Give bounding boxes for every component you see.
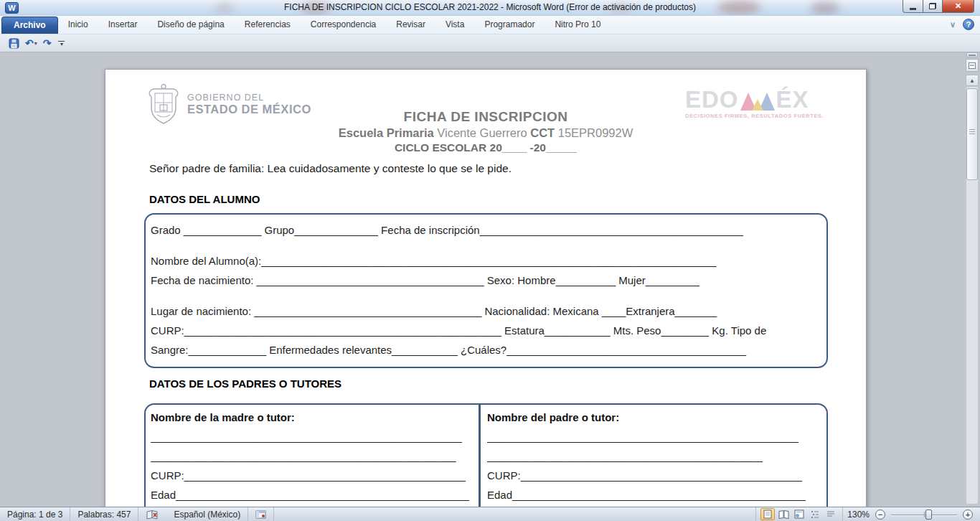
padre-title: Nombre del padre o tutor: (487, 408, 821, 427)
intro-text: Señor padre de familia: Lea cuidadosamen… (149, 162, 512, 175)
tab-nitro-pro-10[interactable]: Nitro Pro 10 (545, 16, 611, 34)
padre-edad: Edad____________________________________… (487, 485, 821, 504)
ruler-icon (969, 62, 976, 69)
scrollbar-thumb[interactable] (966, 88, 978, 180)
padre-column: Nombre del padre o tutor: ______________… (482, 405, 826, 507)
redo-button[interactable]: ↷ (40, 36, 55, 50)
view-draft-button[interactable] (824, 508, 838, 520)
customize-qat-button[interactable]: ▾ (58, 41, 65, 46)
scrollbar-track[interactable] (966, 87, 978, 504)
field-line-grado-grupo-fecha: Grado _____________ Grupo______________ … (151, 220, 822, 240)
word-window: W FICHA DE INSCRIPCION CICLO ESCOLAR 202… (0, 0, 980, 521)
word-count[interactable]: Palabras: 457 (70, 507, 138, 521)
cct-label: CCT (530, 126, 555, 139)
scrollbar-grip (967, 129, 977, 134)
edomex-tagline: DECISIONES FIRMES, RESULTADOS FUERTES. (685, 113, 836, 119)
tab-vista[interactable]: Vista (435, 16, 474, 34)
zoom-level-button[interactable]: 130% (847, 510, 870, 520)
column-divider (479, 405, 481, 507)
document-page[interactable]: GOBIERNO DEL ESTADO DE MÉXICO FICHA DE I… (105, 69, 867, 507)
restore-button[interactable] (923, 0, 943, 13)
macro-record-icon (255, 510, 266, 519)
document-heading: FICHA DE INSCRIPCION Escuela Primaria Vi… (271, 109, 700, 154)
print-layout-icon (763, 510, 773, 519)
madre-title: Nombre de la madre o tutor: (151, 408, 471, 427)
school-prefix: Escuela Primaria (339, 126, 434, 139)
madre-line1: ________________________________________… (151, 427, 471, 446)
document-area: GOBIERNO DEL ESTADO DE MÉXICO FICHA DE I… (0, 52, 980, 507)
macro-record-button[interactable] (248, 507, 274, 521)
save-icon (9, 38, 19, 49)
page-indicator[interactable]: Página: 1 de 3 (0, 507, 70, 521)
tab-diseno-de-pagina[interactable]: Diseño de página (147, 16, 234, 34)
language-button[interactable]: Español (México) (166, 507, 248, 521)
edomex-text-left: EDO (685, 89, 739, 111)
status-bar: Página: 1 de 3 Palabras: 457 Español (Mé… (0, 507, 980, 521)
vertical-scrollbar: ▲ (966, 52, 979, 507)
madre-line2: ________________________________________… (151, 446, 471, 466)
padres-formbox: Nombre de la madre o tutor: ____________… (144, 403, 828, 507)
split-window-handle[interactable] (966, 52, 978, 57)
field-line-nombre-alumno: Nombre del Alumno(a):___________________… (151, 251, 822, 271)
spellcheck-book-icon (146, 510, 159, 520)
zoom-slider[interactable] (891, 510, 957, 520)
school-line: Escuela Primaria Vicente Guerrero CCT 15… (271, 126, 700, 140)
zoom-slider-notch (924, 512, 925, 517)
tab-insertar[interactable]: Insertar (98, 16, 148, 34)
full-screen-reading-icon (778, 510, 789, 519)
undo-button[interactable]: ↶ ▾ (22, 36, 40, 50)
gov-logo-line1: GOBIERNO DEL (187, 93, 311, 103)
scroll-up-button[interactable]: ▲ (966, 75, 979, 86)
spacer (151, 290, 822, 301)
tab-inicio[interactable]: Inicio (58, 16, 98, 34)
ribbon-tab-row: Archivo Inicio Insertar Diseño de página… (0, 16, 980, 34)
school-name: Vicente Guerrero (434, 126, 531, 139)
form-title: FICHA DE INSCRIPCION (271, 109, 700, 125)
section-heading-alumno: DATOS DEL ALUMNO (149, 193, 260, 205)
edomex-logo: EDO ÉX DECISIONES FIRMES, RESULTADOS FUE… (685, 89, 836, 119)
field-line-lugar-nacionalidad: Lugar de nacimiento: ___________________… (151, 301, 822, 321)
view-web-layout-button[interactable] (792, 508, 806, 520)
outline-icon (810, 510, 820, 519)
expand-ribbon-icon[interactable]: ∨ (950, 20, 956, 29)
field-line-sangre-enfermedades: Sangre:_____________ Enfermedades releva… (151, 340, 822, 360)
madre-column: Nombre de la madre o tutor: ____________… (146, 405, 477, 507)
minimize-icon (910, 8, 916, 10)
padre-line1: ________________________________________… (487, 427, 821, 446)
split-handle-icon (969, 55, 976, 56)
view-print-layout-button[interactable] (760, 508, 775, 520)
zoom-controls: 130% − + (842, 507, 980, 521)
draft-icon (826, 510, 836, 519)
save-button[interactable] (6, 36, 22, 50)
tab-referencias[interactable]: Referencias (235, 16, 301, 34)
madre-edad: Edad____________________________________… (151, 485, 471, 504)
tab-programador[interactable]: Programador (474, 16, 545, 34)
edomex-text-right: ÉX (776, 89, 809, 111)
view-outline-button[interactable] (808, 508, 822, 520)
zoom-out-button[interactable]: − (875, 510, 885, 520)
quick-access-toolbar: ↶ ▾ ↷ ▾ (0, 34, 980, 52)
tab-correspondencia[interactable]: Correspondencia (301, 16, 386, 34)
tab-archivo[interactable]: Archivo (1, 17, 58, 34)
view-full-screen-reading-button[interactable] (776, 508, 791, 520)
cct-value: 15EPR0992W (555, 126, 633, 139)
field-line-curp-estatura-peso: CURP:___________________________________… (151, 321, 822, 340)
close-button[interactable]: ✕ (943, 0, 974, 13)
coat-of-arms-icon (147, 83, 180, 125)
spacer (151, 240, 822, 251)
tab-revisar[interactable]: Revisar (386, 16, 435, 34)
undo-dropdown-icon[interactable]: ▾ (34, 40, 37, 47)
proofing-status-button[interactable] (138, 507, 166, 521)
zoom-in-button[interactable]: + (963, 510, 973, 520)
zoom-slider-handle[interactable] (925, 510, 932, 520)
undo-icon: ↶ (25, 38, 34, 48)
padre-curp: CURP:___________________________________… (487, 466, 821, 485)
title-bar: W FICHA DE INSCRIPCION CICLO ESCOLAR 202… (0, 0, 980, 16)
close-icon: ✕ (955, 1, 961, 11)
help-button[interactable]: ? (963, 19, 974, 30)
ruler-toggle-button[interactable] (966, 59, 979, 72)
web-layout-icon (794, 510, 804, 519)
restore-icon (929, 3, 936, 9)
minimize-button[interactable] (903, 0, 923, 13)
chevron-down-icon: ▾ (60, 42, 63, 46)
